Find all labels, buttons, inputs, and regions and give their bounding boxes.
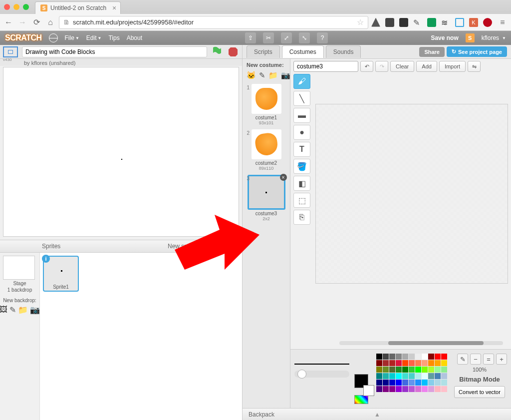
- backdrop-paint-icon[interactable]: ✎: [9, 305, 16, 315]
- palette-swatch[interactable]: [441, 360, 447, 366]
- palette-swatch[interactable]: [428, 373, 434, 379]
- url-field[interactable]: 🗎 scratch.mit.edu/projects/42599958/#edi…: [59, 16, 368, 29]
- green-flag-icon[interactable]: [211, 46, 223, 58]
- palette-swatch[interactable]: [422, 380, 428, 386]
- costume-upload-icon[interactable]: 📁: [268, 71, 278, 80]
- duplicate-icon[interactable]: ⇪: [245, 32, 256, 43]
- palette-swatch[interactable]: [422, 386, 428, 392]
- line-tool[interactable]: ╲: [293, 91, 310, 106]
- user-menu[interactable]: kflores▼: [482, 34, 506, 41]
- home-button[interactable]: ⌂: [45, 17, 56, 28]
- convert-vector-button[interactable]: Convert to vector: [454, 386, 505, 398]
- palette-swatch[interactable]: [402, 360, 408, 366]
- fullscreen-icon[interactable]: [3, 46, 18, 57]
- new-sprite-paint-icon[interactable]: ✎: [211, 243, 216, 250]
- eyedropper-icon[interactable]: ✎: [457, 354, 468, 365]
- delete-costume-icon[interactable]: ×: [280, 174, 287, 181]
- costume-name-input[interactable]: [293, 61, 358, 72]
- palette-swatch[interactable]: [402, 386, 408, 392]
- palette-swatch[interactable]: [435, 360, 441, 366]
- project-title-input[interactable]: [22, 46, 207, 57]
- new-sprite-library-icon[interactable]: 🐱: [201, 243, 208, 250]
- palette-swatch[interactable]: [376, 380, 382, 386]
- palette-swatch[interactable]: [383, 373, 389, 379]
- delete-icon[interactable]: ✂: [263, 32, 274, 43]
- stamp-tool[interactable]: ⎘: [293, 210, 310, 225]
- see-project-button[interactable]: ↻ See project page: [447, 46, 507, 57]
- palette-swatch[interactable]: [383, 386, 389, 392]
- palette-swatch[interactable]: [415, 386, 421, 392]
- palette-swatch[interactable]: [383, 360, 389, 366]
- palette-swatch[interactable]: [389, 380, 395, 386]
- palette-swatch[interactable]: [435, 367, 441, 373]
- palette-swatch[interactable]: [409, 373, 415, 379]
- palette-swatch[interactable]: [383, 367, 389, 373]
- save-now[interactable]: Save now: [431, 34, 458, 41]
- eraser-tool[interactable]: ◧: [293, 176, 310, 191]
- stage-thumbnail[interactable]: [3, 256, 35, 280]
- palette-swatch[interactable]: [441, 354, 447, 360]
- horizontal-scrollbar[interactable]: [339, 341, 503, 345]
- tab-sounds[interactable]: Sounds: [326, 45, 361, 58]
- new-sprite-upload-icon[interactable]: 📁: [219, 243, 227, 250]
- backdrop-camera-icon[interactable]: 📷: [30, 305, 40, 315]
- costume-thumb-3[interactable]: 3 × costume3 2x2: [246, 175, 287, 221]
- palette-swatch[interactable]: [428, 360, 434, 366]
- import-button[interactable]: Import: [439, 61, 466, 72]
- palette-swatch[interactable]: [389, 373, 395, 379]
- palette-swatch[interactable]: [428, 367, 434, 373]
- ext-icon-mask[interactable]: [399, 18, 408, 27]
- sprite-item[interactable]: i Sprite1: [43, 256, 79, 292]
- palette-swatch[interactable]: [396, 354, 402, 360]
- user-avatar-icon[interactable]: S: [466, 33, 475, 42]
- ext-icon-buffer[interactable]: ≋: [441, 18, 450, 27]
- color-palette[interactable]: [376, 354, 447, 392]
- stop-icon[interactable]: [227, 46, 239, 58]
- menu-tips[interactable]: Tips: [108, 34, 119, 41]
- palette-swatch[interactable]: [396, 373, 402, 379]
- palette-swatch[interactable]: [435, 380, 441, 386]
- fill-tool[interactable]: 🪣: [293, 159, 310, 174]
- star-icon[interactable]: ☆: [357, 17, 364, 27]
- palette-swatch[interactable]: [396, 386, 402, 392]
- color-gradient-icon[interactable]: [354, 395, 368, 404]
- palette-swatch[interactable]: [415, 354, 421, 360]
- palette-swatch[interactable]: [422, 354, 428, 360]
- palette-swatch[interactable]: [428, 354, 434, 360]
- undo-button[interactable]: ↶: [360, 61, 373, 72]
- menu-about[interactable]: About: [127, 34, 142, 41]
- backdrop-upload-icon[interactable]: 📁: [18, 305, 28, 315]
- palette-swatch[interactable]: [441, 380, 447, 386]
- palette-swatch[interactable]: [441, 386, 447, 392]
- palette-swatch[interactable]: [402, 367, 408, 373]
- palette-swatch[interactable]: [409, 367, 415, 373]
- secondary-color[interactable]: [363, 385, 374, 396]
- ext-icon-frame[interactable]: [455, 18, 464, 27]
- tab-costumes[interactable]: Costumes: [282, 45, 324, 58]
- palette-swatch[interactable]: [376, 386, 382, 392]
- palette-swatch[interactable]: [402, 354, 408, 360]
- share-button[interactable]: Share: [419, 47, 445, 57]
- text-tool[interactable]: T: [293, 142, 310, 157]
- add-button[interactable]: Add: [416, 61, 437, 72]
- palette-swatch[interactable]: [428, 380, 434, 386]
- palette-swatch[interactable]: [376, 373, 382, 379]
- sprite-info-icon[interactable]: i: [42, 255, 50, 263]
- close-window[interactable]: [4, 4, 10, 10]
- palette-swatch[interactable]: [435, 354, 441, 360]
- help-icon[interactable]: ?: [317, 32, 328, 43]
- new-sprite-camera-icon[interactable]: 📷: [230, 243, 237, 250]
- palette-swatch[interactable]: [422, 373, 428, 379]
- palette-swatch[interactable]: [376, 354, 382, 360]
- palette-swatch[interactable]: [409, 386, 415, 392]
- palette-swatch[interactable]: [409, 380, 415, 386]
- browser-tab[interactable]: S Untitled-2 on Scratch ×: [35, 1, 121, 14]
- stage-canvas[interactable]: [3, 67, 239, 237]
- close-tab-icon[interactable]: ×: [112, 4, 116, 12]
- palette-swatch[interactable]: [402, 373, 408, 379]
- costume-library-icon[interactable]: 🐱: [247, 71, 256, 80]
- line-width-slider[interactable]: [294, 371, 349, 378]
- palette-swatch[interactable]: [422, 360, 428, 366]
- costume-camera-icon[interactable]: 📷: [281, 71, 290, 80]
- palette-swatch[interactable]: [415, 360, 421, 366]
